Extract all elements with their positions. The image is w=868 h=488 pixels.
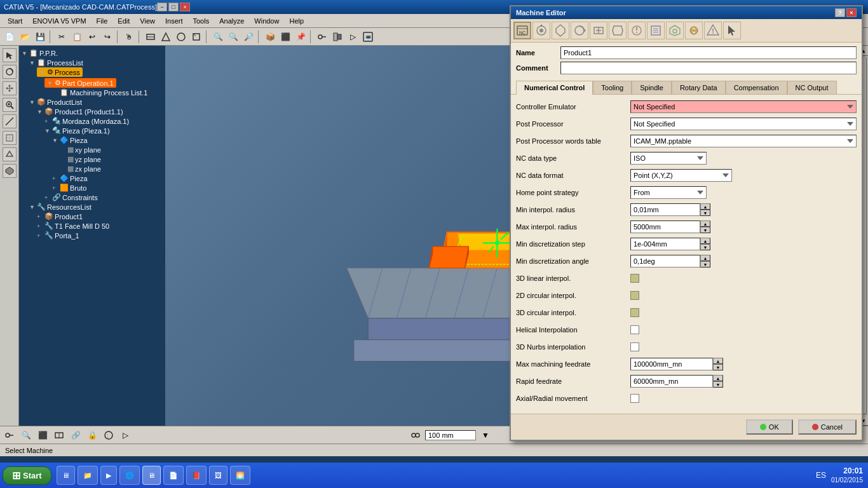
toolbar-extra4[interactable]: 💻 — [361, 30, 375, 44]
toolbar-cursor[interactable]: 🖱 — [122, 30, 136, 44]
taskbar-app-2[interactable]: 📁 — [78, 466, 98, 485]
toolbar-cut[interactable]: ✂ — [55, 30, 69, 44]
sidebar-icon-select[interactable] — [3, 48, 17, 62]
tree-item-mordaza[interactable]: + 🔩 Mordaza (Mordaza.1) — [22, 116, 163, 126]
comment-input[interactable] — [560, 62, 857, 74]
bottom-btn7[interactable]: : — [102, 428, 116, 442]
menu-window[interactable]: Window — [249, 16, 284, 26]
toolbar-undo[interactable]: ↩ — [85, 30, 99, 44]
min-interpol-input[interactable] — [630, 203, 700, 216]
bottom-btn1[interactable] — [3, 428, 17, 442]
dialog-tool-ncoutput[interactable] — [609, 22, 627, 39]
toolbar-fit[interactable]: 🔎 — [241, 30, 255, 44]
nc-data-format-select[interactable]: Point (X,Y,Z) — [630, 169, 732, 182]
tree-item-constraints[interactable]: + 🔗 Constraints — [22, 193, 163, 202]
min-disc-step-input[interactable] — [630, 238, 700, 250]
max-feedrate-up[interactable]: ▲ — [713, 358, 723, 364]
dialog-help-button[interactable]: ? — [835, 8, 845, 17]
dialog-tool-compensation[interactable] — [590, 22, 607, 39]
menu-file[interactable]: File — [92, 16, 113, 26]
tree-item-productlist[interactable]: ▼ 📦 ProductList — [22, 97, 163, 107]
min-disc-step-down[interactable]: ▼ — [700, 244, 710, 250]
tree-item-face-mill[interactable]: + 🔧 T1 Face Mill D 50 — [22, 221, 163, 231]
tree-item-product1-res[interactable]: + 📦 Product1 — [22, 212, 163, 221]
toolbar-btn3[interactable] — [174, 30, 188, 44]
toolbar-zoom-out[interactable]: 🔍 — [226, 30, 240, 44]
taskbar-app-7[interactable]: 📕 — [186, 466, 207, 485]
max-feedrate-input[interactable] — [630, 358, 713, 370]
tree-item-process[interactable]: ▼ ⚙ Process — [37, 67, 83, 77]
toolbar-redo[interactable]: ↪ — [100, 30, 114, 44]
max-feedrate-down[interactable]: ▼ — [713, 364, 723, 370]
toolbar-btn1[interactable] — [144, 30, 158, 44]
min-disc-angle-down[interactable]: ▼ — [700, 261, 710, 268]
ok-button[interactable]: OK — [746, 419, 793, 435]
bottom-btn6[interactable]: 🔒 — [85, 428, 99, 442]
tree-item-bruto[interactable]: + 🟧 Bruto — [22, 183, 163, 193]
helical-checkbox[interactable] — [630, 325, 639, 334]
cancel-button[interactable]: Cancel — [798, 419, 857, 435]
max-interpol-up[interactable]: ▲ — [700, 220, 710, 227]
tree-item-porta[interactable]: + 🔧 Porta_1 — [22, 231, 163, 240]
bottom-btn5[interactable]: 🔗 — [69, 428, 83, 442]
tab-numerical-control[interactable]: Numerical Control — [516, 81, 593, 95]
toolbar-extra3[interactable]: ▷ — [346, 30, 360, 44]
sidebar-icon-sketch[interactable] — [3, 131, 17, 145]
nurbs-checkbox[interactable] — [630, 342, 639, 351]
taskbar-app-8[interactable]: 🖼 — [209, 466, 227, 485]
tab-rotary-data[interactable]: Rotary Data — [672, 81, 726, 94]
menu-insert[interactable]: Insert — [160, 16, 188, 26]
tab-nc-output[interactable]: NC Output — [787, 81, 837, 94]
sidebar-icon-zoom[interactable] — [3, 98, 17, 112]
post-processor-words-select[interactable]: ICAM_MM.pptable — [630, 135, 857, 147]
min-interpol-up[interactable]: ▲ — [700, 203, 710, 210]
min-disc-angle-up[interactable]: ▲ — [700, 255, 710, 261]
tree-item-pieza-sub[interactable]: ▼ 🔷 Pieza — [22, 135, 163, 145]
taskbar-app-9[interactable]: 🌅 — [230, 466, 250, 485]
tree-item-part-operation[interactable]: ▼ ⚙ Part Operation.1 — [44, 78, 116, 88]
tree-item-yz-plane[interactable]: ▦ yz plane — [22, 154, 163, 164]
dialog-tool-tooling[interactable] — [532, 22, 550, 39]
start-button[interactable]: ⊞ Start — [3, 466, 51, 485]
nc-data-type-select[interactable]: ISO — [630, 152, 707, 165]
dialog-tool-extra3[interactable] — [666, 22, 684, 39]
tree-item-processlist[interactable]: ▼ 📋 ProcessList — [22, 58, 163, 67]
tab-compensation[interactable]: Compensation — [726, 81, 787, 94]
sidebar-icon-pan[interactable] — [3, 81, 17, 95]
minimize-button[interactable]: − — [157, 3, 167, 11]
rapid-feedrate-input[interactable] — [630, 375, 713, 388]
menu-view[interactable]: View — [135, 16, 160, 26]
post-processor-select[interactable]: Not Specified — [630, 118, 857, 130]
dialog-close-button[interactable]: × — [846, 8, 857, 17]
dialog-tool-extra1[interactable] — [628, 22, 646, 39]
toolbar-view-iso[interactable] — [189, 30, 203, 44]
bottom-btn2[interactable]: 🔍 — [19, 428, 33, 442]
tree-item-xy-plane[interactable]: ▦ xy plane — [22, 145, 163, 154]
toolbar-extra1[interactable] — [315, 30, 329, 44]
max-interpol-down[interactable]: ▼ — [700, 227, 710, 233]
taskbar-app-6[interactable]: 📄 — [163, 466, 184, 485]
toolbar-save[interactable]: 💾 — [33, 30, 47, 44]
axial-radial-checkbox[interactable] — [630, 394, 639, 403]
max-interpol-input[interactable] — [630, 220, 700, 233]
circular-2d-checkbox[interactable] — [630, 291, 639, 300]
sidebar-icon-rotate[interactable] — [3, 65, 17, 79]
bottom-btn10[interactable]: ▼ — [478, 428, 492, 442]
tree-item-product1[interactable]: ▼ 📦 Product1 (Product1.1) — [22, 107, 163, 116]
sidebar-icon-measure[interactable] — [3, 114, 17, 128]
tree-item-zx-plane[interactable]: ▦ zx plane — [22, 164, 163, 173]
measure-input[interactable] — [425, 430, 476, 440]
dialog-tool-rotary[interactable] — [571, 22, 588, 39]
toolbar-3d[interactable]: 📦 — [263, 30, 277, 44]
menu-analyze[interactable]: Analyze — [214, 16, 249, 26]
taskbar-app-4[interactable]: 🌐 — [119, 466, 140, 485]
sidebar-icon-solid[interactable] — [3, 164, 17, 178]
toolbar-btn2[interactable] — [159, 30, 173, 44]
min-interpol-down[interactable]: ▼ — [700, 210, 710, 216]
toolbar-pin[interactable]: 📌 — [294, 30, 308, 44]
circular-3d-checkbox[interactable] — [630, 308, 639, 317]
close-button[interactable]: × — [180, 3, 190, 11]
toolbar-spec[interactable]: ⬛ — [278, 30, 292, 44]
toolbar-new[interactable]: 📄 — [3, 30, 17, 44]
controller-emulator-select[interactable]: Not Specified — [630, 100, 857, 113]
